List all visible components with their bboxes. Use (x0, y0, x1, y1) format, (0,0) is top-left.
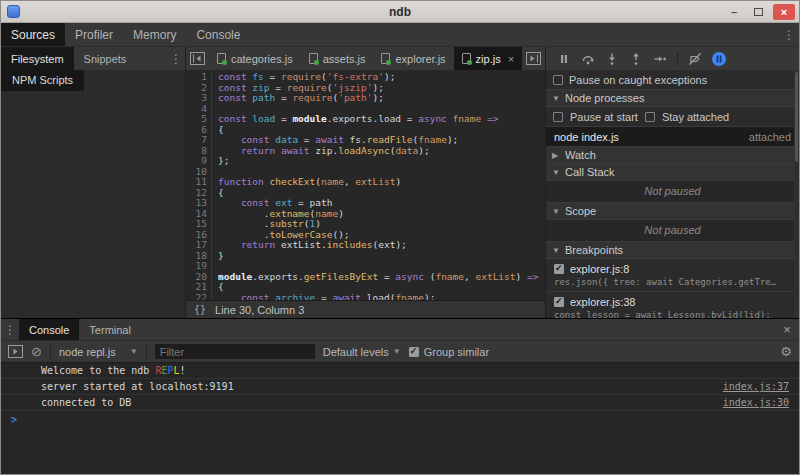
breakpoint-item[interactable]: explorer.js:38 (546, 292, 799, 309)
maximize-button[interactable] (749, 4, 767, 20)
drawer-menu-icon[interactable]: ⋮ (1, 319, 19, 340)
chevron-down-icon: ▼ (552, 246, 560, 255)
titlebar: ndb – × (1, 1, 799, 23)
chevron-right-icon: ▶ (552, 151, 560, 160)
pause-caught-exceptions-checkbox[interactable] (553, 75, 563, 85)
debugger-pane: Pause on caught exceptions ▼ Node proces… (546, 70, 799, 318)
process-status: attached (749, 131, 791, 143)
node-process-item[interactable]: node index.js attached (546, 127, 799, 147)
tab-drawer-console[interactable]: Console (19, 319, 79, 340)
tab-strip-right-icon[interactable] (522, 47, 545, 70)
tab-sources[interactable]: Sources (1, 23, 65, 46)
step-over-icon[interactable] (578, 50, 598, 68)
navigator-pane: NPM Scripts (1, 70, 186, 318)
navigator-tab-bar: Filesystem Snippets ⋮ (1, 47, 186, 70)
close-tab-icon[interactable]: × (508, 53, 514, 65)
console-prompt[interactable]: > (1, 411, 799, 428)
section-call-stack[interactable]: ▼ Call Stack (546, 164, 799, 181)
console-source-link[interactable]: index.js:37 (723, 381, 789, 392)
clear-console-icon[interactable]: ⊘ (31, 344, 42, 359)
log-levels-dropdown[interactable]: Default levels ▼ (323, 346, 401, 358)
js-file-icon (381, 53, 390, 64)
console-message: Welcome to the ndb REPL! (1, 363, 799, 379)
console-message: server started at localhost:9191index.js… (1, 379, 799, 395)
main-tab-bar: Sources Profiler Memory Console ⋮ (1, 23, 799, 47)
scrollbar[interactable] (794, 70, 799, 318)
file-tab-assets[interactable]: assets.js (301, 47, 374, 70)
devtools-menu-icon[interactable]: ⋮ (779, 23, 799, 46)
toolbar-divider (146, 345, 147, 359)
chevron-down-icon: ▼ (130, 347, 138, 356)
close-drawer-icon[interactable]: × (775, 319, 799, 340)
console-sidebar-icon[interactable] (8, 345, 23, 358)
navigator-menu-icon[interactable]: ⋮ (167, 47, 185, 70)
file-tab-explorer[interactable]: explorer.js (373, 47, 453, 70)
deactivate-breakpoints-icon[interactable] (685, 50, 705, 68)
filter-input[interactable] (155, 344, 315, 359)
chevron-down-icon: ▼ (552, 94, 560, 103)
code-area[interactable]: 12345678910111213141516171819202122 cons… (186, 70, 545, 300)
console-messages[interactable]: Welcome to the ndb REPL!server started a… (1, 363, 799, 474)
tab-snippets[interactable]: Snippets (74, 47, 137, 70)
npm-scripts-item[interactable]: NPM Scripts (1, 70, 84, 91)
minimize-button[interactable]: – (725, 4, 743, 20)
console-message: connected to DBindex.js:30 (1, 395, 799, 411)
debugger-toolbar (546, 47, 799, 70)
file-tab-zip[interactable]: zip.js × (454, 47, 523, 70)
pretty-print-icon[interactable]: {} (194, 304, 206, 315)
source-editor: 12345678910111213141516171819202122 cons… (186, 70, 546, 318)
execution-context-selector[interactable]: node repl.js ▼ (59, 346, 138, 358)
pause-at-start-checkbox[interactable] (553, 112, 563, 122)
window-title: ndb (1, 5, 799, 19)
tab-filesystem[interactable]: Filesystem (1, 47, 74, 70)
step-into-icon[interactable] (602, 50, 622, 68)
file-tab-categories[interactable]: categories.js (209, 47, 301, 70)
node-process-options: Pause at start Stay attached (546, 107, 799, 127)
call-stack-empty: Not paused (546, 181, 799, 203)
editor-status-bar: {} Line 30, Column 3 (186, 300, 545, 318)
pause-icon[interactable] (554, 50, 574, 68)
toolbar-divider (677, 52, 678, 66)
scope-empty: Not paused (546, 220, 799, 242)
js-file-icon (462, 53, 471, 64)
js-file-icon (217, 53, 226, 64)
cursor-position: Line 30, Column 3 (215, 304, 304, 316)
ndb-window: ndb – × Sources Profiler Memory Console … (0, 0, 800, 475)
console-toolbar: ⊘ node repl.js ▼ Default levels ▼ Group … (1, 341, 799, 363)
tab-memory[interactable]: Memory (123, 23, 186, 46)
section-node-processes[interactable]: ▼ Node processes (546, 90, 799, 107)
chevron-down-icon: ▼ (393, 347, 401, 356)
breakpoint-checkbox[interactable] (554, 297, 564, 307)
sub-toolbar: Filesystem Snippets ⋮ categories.js asse… (1, 47, 799, 70)
pause-caught-exceptions-row[interactable]: Pause on caught exceptions (546, 70, 799, 90)
code-lines[interactable]: const fs = require('fs-extra');const zip… (212, 72, 545, 300)
editor-tab-strip: categories.js assets.js explorer.js zip.… (186, 47, 546, 70)
step-out-icon[interactable] (626, 50, 646, 68)
drawer-tab-bar: ⋮ Console Terminal × (1, 319, 799, 341)
breakpoint-code-preview[interactable]: const lesson = await Lessons.byLid(lid); (546, 309, 799, 318)
toolbar-divider (50, 345, 51, 359)
stay-attached-checkbox[interactable] (645, 112, 655, 122)
pause-on-exceptions-icon[interactable] (709, 50, 729, 68)
tab-console[interactable]: Console (186, 23, 250, 46)
section-watch[interactable]: ▶ Watch (546, 147, 799, 164)
group-similar-option[interactable]: Group similar (409, 346, 489, 358)
console-settings-icon[interactable]: ⚙ (780, 344, 792, 359)
breakpoint-item[interactable]: explorer.js:8 (546, 259, 799, 276)
console-drawer: ⋮ Console Terminal × ⊘ node repl.js ▼ De… (1, 318, 799, 474)
tab-profiler[interactable]: Profiler (65, 23, 123, 46)
step-icon[interactable] (650, 50, 670, 68)
group-similar-checkbox[interactable] (409, 347, 419, 357)
main-content: NPM Scripts 1234567891011121314151617181… (1, 70, 799, 318)
section-scope[interactable]: ▼ Scope (546, 203, 799, 220)
section-breakpoints[interactable]: ▼ Breakpoints (546, 242, 799, 259)
console-source-link[interactable]: index.js:30 (723, 397, 789, 408)
close-button[interactable]: × (773, 4, 795, 20)
tab-drawer-terminal[interactable]: Terminal (79, 319, 141, 340)
tab-strip-left-icon[interactable] (186, 47, 209, 70)
breakpoint-checkbox[interactable] (554, 264, 564, 274)
breakpoint-code-preview[interactable]: res.json({ tree: await Categories.getTre… (546, 276, 799, 292)
chevron-down-icon: ▼ (552, 207, 560, 216)
gutter[interactable]: 12345678910111213141516171819202122 (186, 72, 212, 300)
chevron-down-icon: ▼ (552, 168, 560, 177)
